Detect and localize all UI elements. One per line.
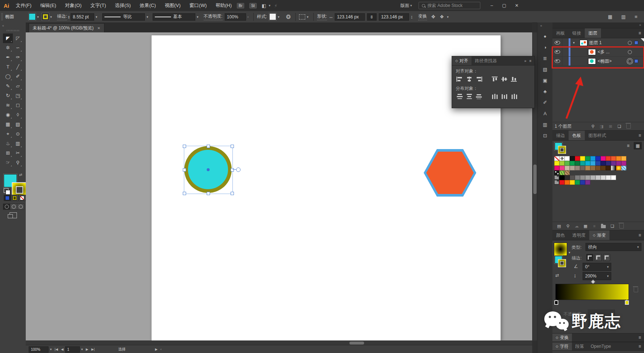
panel-menu-icon[interactable]: ≡ <box>634 14 637 20</box>
menu-file[interactable]: 文件(F) <box>16 2 32 9</box>
arrange-documents-icon[interactable]: ▦ <box>608 14 612 20</box>
rotate-tool[interactable]: ↻ <box>3 91 13 100</box>
menu-effect[interactable]: 效果(C) <box>140 2 156 9</box>
blend-tool[interactable]: ⊙ <box>13 129 23 139</box>
gradient-mode-button[interactable] <box>11 195 18 201</box>
chevron-down-icon[interactable]: ▾ <box>276 15 281 19</box>
shape-width-field[interactable]: 123.146 px <box>335 13 365 21</box>
swatch[interactable] <box>590 166 595 170</box>
color-mode-button[interactable] <box>4 195 11 201</box>
swatch[interactable] <box>595 175 601 180</box>
menu-window[interactable]: 窗口(W) <box>189 2 207 9</box>
swatch[interactable] <box>616 161 621 166</box>
swatch-folder[interactable] <box>554 175 559 180</box>
swatch[interactable] <box>595 156 601 161</box>
shape-builder-tool[interactable]: ◉ <box>3 110 13 120</box>
distribute-bottom-button[interactable] <box>474 93 484 100</box>
direct-selection-tool[interactable]: ◸ <box>13 33 23 43</box>
align-right-button[interactable] <box>474 75 484 83</box>
shaper-tool[interactable]: ✎ <box>3 81 13 91</box>
tab-layers[interactable]: 图层 <box>585 28 601 38</box>
eraser-tool[interactable]: ▱ <box>13 81 23 91</box>
new-swatch-icon[interactable]: ❏ <box>608 224 617 229</box>
stock-button[interactable]: St <box>249 3 256 8</box>
panel-menu-icon[interactable]: ≡ <box>638 31 641 36</box>
chevron-down-icon[interactable]: ▾ <box>94 15 99 19</box>
tab-links[interactable]: 链接 <box>569 28 585 38</box>
swatch[interactable] <box>621 161 626 166</box>
ellipse-tool[interactable]: ◯ <box>3 72 13 81</box>
libraries-panel-icon[interactable]: ⊡ <box>541 133 549 139</box>
workspace-icon[interactable]: ▥ <box>621 14 626 20</box>
selection-handle[interactable] <box>183 145 186 148</box>
swatch[interactable] <box>570 161 575 166</box>
gradient-tool[interactable]: ▧ <box>13 120 23 129</box>
swatch[interactable] <box>554 161 559 166</box>
gradient-angle-dropdown[interactable]: 0°▾ <box>583 263 611 271</box>
tab-swatches[interactable]: 色板 <box>569 131 585 140</box>
stroke-indicator[interactable] <box>558 259 566 267</box>
curvature-tool[interactable]: ✑ <box>13 53 23 62</box>
align-to-selection-icon[interactable]: ✥ <box>431 14 435 20</box>
swatch[interactable] <box>565 166 570 170</box>
library-search-icon[interactable]: ⚲ <box>563 224 572 229</box>
swatch[interactable] <box>606 161 611 166</box>
swatch[interactable] <box>575 180 580 185</box>
tab-pathfinder[interactable]: 路径查找器 <box>472 56 500 65</box>
stroke-gradient-within-button[interactable] <box>586 254 593 261</box>
reverse-gradient-icon[interactable]: ⇄ <box>555 273 559 278</box>
new-color-group-icon[interactable] <box>601 225 606 228</box>
selection-handle[interactable] <box>183 192 186 195</box>
align-top-button[interactable] <box>490 75 500 83</box>
link-dimensions-icon[interactable]: ∞ <box>367 13 377 21</box>
swatch-pattern-wood[interactable] <box>565 170 570 175</box>
swatch-grad-bw[interactable] <box>611 166 616 170</box>
default-fill-stroke-icon[interactable] <box>6 190 10 195</box>
align-left-button[interactable] <box>455 75 465 83</box>
gradient-midpoint[interactable] <box>591 279 595 284</box>
recolor-artwork-icon[interactable]: ❂ <box>286 14 291 20</box>
distribute-right-button[interactable] <box>509 93 519 100</box>
swatch[interactable] <box>616 156 621 161</box>
distribute-vcenter-button[interactable] <box>465 93 474 100</box>
swatch[interactable] <box>595 166 601 170</box>
stroke-weight-field[interactable]: 8.552 pt <box>71 13 94 21</box>
panel-menu-icon[interactable]: ≡ <box>638 335 641 340</box>
swatch[interactable] <box>585 166 590 170</box>
swatch[interactable] <box>580 156 585 161</box>
swatch[interactable] <box>559 175 565 180</box>
swatch-reg[interactable] <box>559 156 565 161</box>
new-sublayer-icon[interactable]: ⊞ <box>606 124 615 129</box>
selection-tool[interactable]: ◤ <box>3 33 13 43</box>
shape-label[interactable]: 形状: <box>317 13 327 20</box>
chevron-down-icon[interactable]: ▾ <box>269 4 271 7</box>
swatch-libraries-icon[interactable]: ▤ <box>555 224 563 229</box>
menu-object[interactable]: 对象(O) <box>65 2 82 9</box>
gradient-preview-swatch[interactable] <box>554 243 567 256</box>
swatch[interactable] <box>590 161 595 166</box>
tab-opentype[interactable]: OpenType <box>587 342 614 350</box>
selection-handle[interactable] <box>231 192 234 195</box>
draw-normal-button[interactable] <box>3 204 10 210</box>
tab-stroke[interactable]: 描边 <box>552 131 569 140</box>
panel-menu-icon[interactable]: ≡ <box>638 133 641 138</box>
prev-artboard-icon[interactable]: ◀ <box>61 347 64 351</box>
swatch[interactable] <box>601 166 606 170</box>
toolbar-grip[interactable] <box>7 30 19 31</box>
first-artboard-icon[interactable]: |◀ <box>55 347 58 351</box>
center-point[interactable] <box>207 168 210 171</box>
chevron-down-icon[interactable]: ▾ <box>305 15 310 19</box>
chevron-down-icon[interactable]: ▾ <box>49 347 53 351</box>
status-back-icon[interactable]: ‹ <box>160 347 161 351</box>
stroke-weight-label[interactable]: 描边: <box>57 13 67 20</box>
magic-wand-tool[interactable]: ✲ <box>3 43 13 53</box>
swatch-pattern-dots[interactable] <box>554 170 559 175</box>
gradient-stop-yellow[interactable] <box>625 300 629 305</box>
style-swatch[interactable] <box>269 13 276 20</box>
none-mode-button[interactable] <box>18 195 26 201</box>
stroke-gradient-across-button[interactable] <box>603 254 610 261</box>
delete-layer-icon[interactable] <box>626 124 631 129</box>
swatch[interactable] <box>575 161 580 166</box>
swatch[interactable] <box>590 156 595 161</box>
color-guide-icon[interactable]: ◑ <box>541 45 549 51</box>
